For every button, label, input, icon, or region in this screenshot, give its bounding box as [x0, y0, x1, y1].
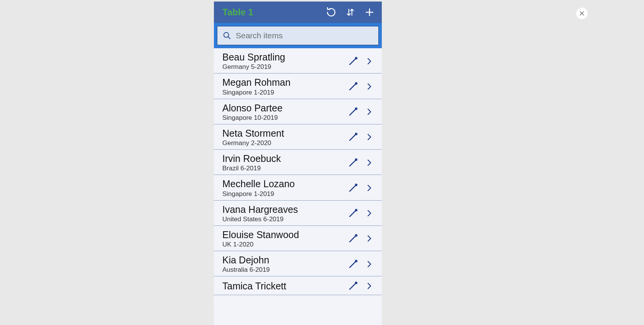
- chevron-right-icon: [365, 183, 374, 193]
- list-item-subtitle: Brazil 6-2019: [222, 165, 343, 172]
- open-button[interactable]: [363, 181, 376, 194]
- list-item[interactable]: Mechelle LozanoSingapore 1-2019: [214, 175, 382, 200]
- pencil-icon: [347, 157, 359, 168]
- list-item-subtitle: Germany 2-2020: [222, 139, 343, 147]
- svg-line-14: [350, 160, 356, 166]
- list-item-text: Kia DejohnAustralia 6-2019: [222, 254, 343, 274]
- sort-icon: [346, 7, 355, 17]
- open-button[interactable]: [363, 258, 376, 271]
- sort-button[interactable]: [345, 7, 356, 18]
- refresh-icon: [326, 7, 336, 17]
- list-item-text: Tamica Trickett: [222, 280, 343, 292]
- edit-button[interactable]: [347, 156, 360, 169]
- chevron-right-icon: [365, 158, 374, 167]
- search-input[interactable]: [236, 31, 373, 40]
- chevron-right-icon: [365, 260, 374, 269]
- open-button[interactable]: [363, 131, 376, 144]
- list-item-name: Ivana Hargreaves: [222, 204, 343, 216]
- svg-line-16: [350, 185, 356, 191]
- pencil-icon: [347, 182, 359, 194]
- refresh-button[interactable]: [326, 7, 337, 18]
- edit-button[interactable]: [347, 279, 360, 292]
- open-button[interactable]: [363, 156, 376, 169]
- list-item-text: Elouise StanwoodUK 1-2020: [222, 229, 343, 248]
- list-item-text: Irvin RoebuckBrazil 6-2019: [222, 153, 343, 172]
- open-button[interactable]: [363, 105, 376, 118]
- close-icon: [579, 10, 585, 16]
- svg-line-18: [350, 211, 356, 217]
- add-button[interactable]: [364, 7, 375, 18]
- svg-line-5: [228, 37, 230, 39]
- pencil-icon: [347, 81, 359, 92]
- chevron-right-icon: [365, 209, 374, 218]
- list-item-text: Beau SpratlingGermany 5-2019: [222, 51, 343, 71]
- list-item-text: Ivana HargreavesUnited States 6-2019: [222, 204, 343, 223]
- plus-icon: [365, 7, 375, 17]
- chevron-right-icon: [365, 57, 374, 66]
- list-item[interactable]: Neta StormentGermany 2-2020: [214, 124, 382, 150]
- list-item-subtitle: Singapore 1-2019: [222, 89, 343, 96]
- list-item[interactable]: Kia DejohnAustralia 6-2019: [214, 251, 382, 276]
- list-item-subtitle: United States 6-2019: [222, 216, 343, 223]
- list-item[interactable]: Beau SpratlingGermany 5-2019: [214, 48, 382, 73]
- edit-button[interactable]: [347, 207, 360, 220]
- svg-line-6: [350, 58, 356, 64]
- open-button[interactable]: [363, 232, 376, 245]
- list-item[interactable]: Elouise StanwoodUK 1-2020: [214, 226, 382, 251]
- chevron-right-icon: [365, 82, 374, 91]
- list-item-name: Megan Rohman: [222, 77, 343, 88]
- svg-line-10: [350, 109, 356, 115]
- svg-line-22: [350, 261, 356, 267]
- chevron-right-icon: [365, 107, 374, 116]
- list-item-name: Alonso Partee: [222, 102, 343, 114]
- pencil-icon: [347, 131, 359, 143]
- items-list[interactable]: Beau SpratlingGermany 5-2019Megan Rohman…: [214, 48, 382, 325]
- pencil-icon: [347, 106, 359, 118]
- list-item[interactable]: Ivana HargreavesUnited States 6-2019: [214, 201, 382, 226]
- list-item-text: Megan RohmanSingapore 1-2019: [222, 77, 343, 96]
- edit-button[interactable]: [347, 55, 360, 68]
- list-item-subtitle: Australia 6-2019: [222, 266, 343, 274]
- close-button[interactable]: [576, 8, 588, 19]
- edit-button[interactable]: [347, 232, 360, 245]
- edit-button[interactable]: [347, 258, 360, 271]
- svg-line-8: [350, 83, 356, 90]
- edit-button[interactable]: [347, 131, 360, 144]
- open-button[interactable]: [363, 80, 376, 93]
- list-item-name: Elouise Stanwood: [222, 229, 343, 241]
- list-item-name: Mechelle Lozano: [222, 178, 343, 190]
- list-item-subtitle: Germany 5-2019: [222, 63, 343, 71]
- list-item-text: Mechelle LozanoSingapore 1-2019: [222, 178, 343, 198]
- pencil-icon: [347, 258, 359, 270]
- search-icon: [223, 31, 231, 40]
- list-item-name: Beau Spratling: [222, 51, 343, 63]
- app-panel: Table 1: [214, 2, 382, 325]
- pencil-icon: [347, 56, 359, 67]
- list-item[interactable]: Irvin RoebuckBrazil 6-2019: [214, 150, 382, 175]
- svg-line-12: [350, 134, 356, 140]
- chevron-right-icon: [365, 132, 374, 142]
- list-item-name: Irvin Roebuck: [222, 153, 343, 165]
- list-item-name: Tamica Trickett: [222, 280, 343, 292]
- list-item-text: Alonso ParteeSingapore 10-2019: [222, 102, 343, 122]
- open-button[interactable]: [363, 207, 376, 220]
- list-item[interactable]: Megan RohmanSingapore 1-2019: [214, 73, 382, 99]
- chevron-right-icon: [365, 234, 374, 243]
- list-item[interactable]: Tamica Trickett: [214, 276, 382, 295]
- list-item-subtitle: Singapore 10-2019: [222, 114, 343, 122]
- edit-button[interactable]: [347, 80, 360, 93]
- search-highlight: [214, 23, 382, 48]
- pencil-icon: [347, 233, 359, 244]
- edit-button[interactable]: [347, 105, 360, 118]
- titlebar: Table 1: [214, 2, 382, 23]
- list-item-name: Neta Storment: [222, 127, 343, 139]
- open-button[interactable]: [363, 279, 376, 292]
- list-item-subtitle: UK 1-2020: [222, 241, 343, 248]
- edit-button[interactable]: [347, 181, 360, 194]
- svg-line-20: [350, 236, 356, 242]
- pencil-icon: [347, 207, 359, 219]
- table-title: Table 1: [222, 7, 317, 18]
- open-button[interactable]: [363, 55, 376, 68]
- list-item[interactable]: Alonso ParteeSingapore 10-2019: [214, 99, 382, 124]
- search-box[interactable]: [217, 26, 379, 45]
